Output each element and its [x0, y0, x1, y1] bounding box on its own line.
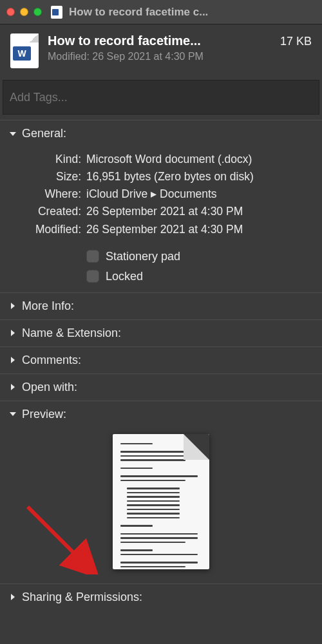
section-general-label: General:	[22, 127, 66, 140]
file-header: W How to record facetime... 17 KB Modifi…	[0, 24, 322, 75]
chevron-down-icon	[8, 129, 18, 139]
stationery-pad-label: Stationery pad	[106, 250, 180, 263]
section-general-header[interactable]: General:	[0, 120, 322, 147]
zoom-window-button[interactable]	[33, 8, 42, 16]
section-open-with-label: Open with:	[22, 381, 77, 394]
kv-key-created: Created:	[10, 203, 81, 220]
chevron-right-icon	[8, 355, 18, 365]
kv-val-created: 26 September 2021 at 4:30 PM	[86, 203, 312, 220]
locked-checkbox[interactable]	[86, 270, 99, 283]
section-open-with: Open with:	[0, 374, 322, 401]
section-preview-label: Preview:	[22, 408, 66, 421]
file-name: How to record facetime...	[48, 33, 201, 48]
chevron-right-icon	[8, 301, 18, 311]
kv-key-modified: Modified:	[10, 221, 81, 238]
document-preview-thumbnail[interactable]	[113, 434, 209, 569]
section-more-info-label: More Info:	[22, 299, 74, 313]
section-more-info: More Info:	[0, 292, 322, 319]
preview-area	[10, 431, 312, 574]
section-comments: Comments:	[0, 346, 322, 374]
section-sharing-label: Sharing & Permissions:	[22, 591, 142, 604]
tags-input[interactable]	[3, 80, 319, 115]
section-sharing-header[interactable]: Sharing & Permissions:	[0, 584, 322, 611]
kv-key-where: Where:	[10, 185, 81, 203]
section-general: General: Kind: Microsoft Word document (…	[0, 120, 322, 292]
general-kv-list: Kind: Microsoft Word document (.docx) Si…	[10, 151, 312, 238]
minimize-window-button[interactable]	[20, 8, 28, 16]
close-window-button[interactable]	[6, 8, 15, 16]
section-sharing-permissions: Sharing & Permissions:	[0, 583, 322, 611]
stationery-pad-checkbox[interactable]	[86, 250, 99, 263]
section-name-extension-header[interactable]: Name & Extension:	[0, 320, 322, 346]
window-title: How to record facetime c...	[69, 6, 316, 19]
kv-key-size: Size:	[10, 168, 81, 185]
section-open-with-header[interactable]: Open with:	[0, 374, 322, 401]
chevron-down-icon	[8, 409, 18, 419]
chevron-right-icon	[8, 328, 18, 338]
section-name-extension: Name & Extension:	[0, 319, 322, 346]
word-badge-icon: W	[13, 46, 31, 61]
section-comments-label: Comments:	[22, 354, 81, 367]
traffic-lights	[6, 8, 42, 16]
chevron-right-icon	[8, 382, 18, 392]
kv-val-where: iCloud Drive ▸ Documents	[86, 185, 312, 203]
kv-val-modified: 26 September 2021 at 4:30 PM	[86, 221, 312, 238]
file-size: 17 KB	[280, 35, 312, 48]
stationery-pad-row: Stationery pad	[86, 250, 312, 263]
svg-line-0	[28, 507, 89, 568]
locked-row: Locked	[86, 270, 312, 283]
locked-label: Locked	[106, 270, 143, 283]
titlebar: How to record facetime c...	[0, 0, 322, 24]
kv-val-size: 16,951 bytes (Zero bytes on disk)	[86, 168, 312, 185]
word-document-icon	[51, 6, 62, 19]
chevron-right-icon	[8, 592, 18, 602]
file-icon: W	[10, 33, 39, 68]
section-comments-header[interactable]: Comments:	[0, 347, 322, 374]
section-more-info-header[interactable]: More Info:	[0, 293, 322, 319]
kv-val-kind: Microsoft Word document (.docx)	[86, 151, 312, 168]
section-name-extension-label: Name & Extension:	[22, 327, 121, 340]
modified-summary: Modified: 26 Sep 2021 at 4:30 PM	[48, 51, 312, 62]
kv-key-kind: Kind:	[10, 151, 81, 168]
section-preview: Preview:	[0, 401, 322, 583]
annotation-arrow-icon	[24, 497, 102, 574]
section-preview-header[interactable]: Preview:	[0, 401, 322, 428]
